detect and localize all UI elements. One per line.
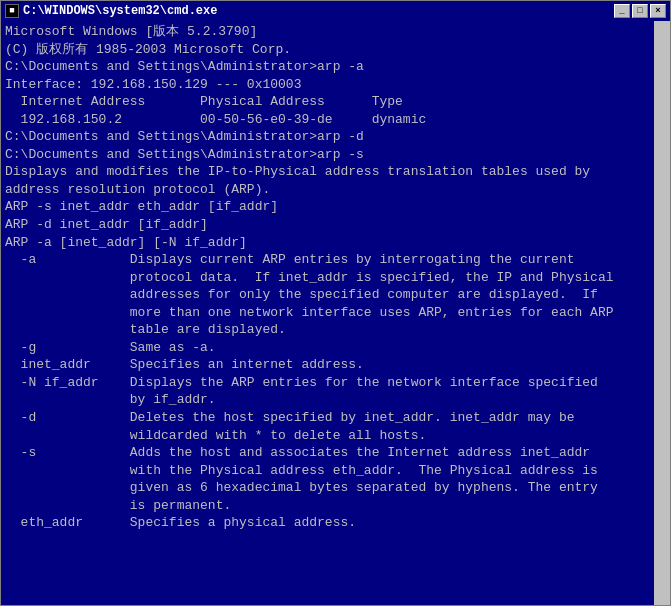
close-button[interactable]: × xyxy=(650,4,666,18)
cmd-icon: ■ xyxy=(5,4,19,18)
terminal-line: table are displayed. xyxy=(5,321,650,339)
maximize-button[interactable]: □ xyxy=(632,4,648,18)
terminal-line: ARP -d inet_addr [if_addr] xyxy=(5,216,650,234)
terminal-line: (C) 版权所有 1985-2003 Microsoft Corp. xyxy=(5,41,650,59)
terminal-line: wildcarded with * to delete all hosts. xyxy=(5,427,650,445)
terminal-line: given as 6 hexadecimal bytes separated b… xyxy=(5,479,650,497)
window-title: C:\WINDOWS\system32\cmd.exe xyxy=(23,4,217,18)
terminal-line: is permanent. xyxy=(5,497,650,515)
terminal-line: Microsoft Windows [版本 5.2.3790] xyxy=(5,23,650,41)
title-bar-left: ■ C:\WINDOWS\system32\cmd.exe xyxy=(5,4,217,18)
terminal-line: C:\Documents and Settings\Administrator>… xyxy=(5,128,650,146)
terminal-line: -N if_addr Displays the ARP entries for … xyxy=(5,374,650,392)
terminal-line: ARP -a [inet_addr] [-N if_addr] xyxy=(5,234,650,252)
cmd-window: ■ C:\WINDOWS\system32\cmd.exe _ □ × Micr… xyxy=(0,0,671,606)
terminal-line: -g Same as -a. xyxy=(5,339,650,357)
title-bar-buttons: _ □ × xyxy=(614,4,666,18)
terminal-container: Microsoft Windows [版本 5.2.3790](C) 版权所有 … xyxy=(1,21,670,605)
terminal-output[interactable]: Microsoft Windows [版本 5.2.3790](C) 版权所有 … xyxy=(1,21,654,605)
terminal-line: -s Adds the host and associates the Inte… xyxy=(5,444,650,462)
terminal-line: -d Deletes the host specified by inet_ad… xyxy=(5,409,650,427)
terminal-line: Interface: 192.168.150.129 --- 0x10003 xyxy=(5,76,650,94)
terminal-line: addresses for only the specified compute… xyxy=(5,286,650,304)
terminal-line: Internet Address Physical Address Type xyxy=(5,93,650,111)
terminal-line: eth_addr Specifies a physical address. xyxy=(5,514,650,532)
terminal-line: more than one network interface uses ARP… xyxy=(5,304,650,322)
terminal-line: 192.168.150.2 00-50-56-e0-39-de dynamic xyxy=(5,111,650,129)
terminal-line: -a Displays current ARP entries by inter… xyxy=(5,251,650,269)
terminal-line: Displays and modifies the IP-to-Physical… xyxy=(5,163,650,181)
terminal-line: protocol data. If inet_addr is specified… xyxy=(5,269,650,287)
scrollbar[interactable] xyxy=(654,21,670,605)
title-bar: ■ C:\WINDOWS\system32\cmd.exe _ □ × xyxy=(1,1,670,21)
terminal-line: ARP -s inet_addr eth_addr [if_addr] xyxy=(5,198,650,216)
terminal-line: address resolution protocol (ARP). xyxy=(5,181,650,199)
terminal-line: inet_addr Specifies an internet address. xyxy=(5,356,650,374)
terminal-line: C:\Documents and Settings\Administrator>… xyxy=(5,146,650,164)
terminal-line: C:\Documents and Settings\Administrator>… xyxy=(5,58,650,76)
terminal-line: with the Physical address eth_addr. The … xyxy=(5,462,650,480)
minimize-button[interactable]: _ xyxy=(614,4,630,18)
terminal-line: by if_addr. xyxy=(5,391,650,409)
